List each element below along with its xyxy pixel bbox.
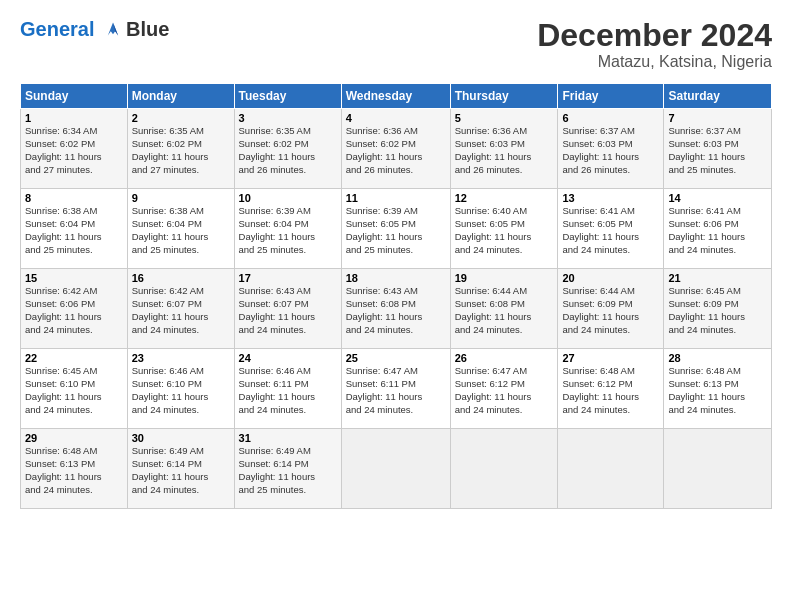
day-info: Sunrise: 6:36 AMSunset: 6:03 PMDaylight:… [455, 125, 554, 176]
day-number: 12 [455, 192, 554, 204]
calendar-cell: 7Sunrise: 6:37 AMSunset: 6:03 PMDaylight… [664, 109, 772, 189]
logo-icon [102, 18, 124, 40]
day-number: 20 [562, 272, 659, 284]
day-number: 29 [25, 432, 123, 444]
day-number: 28 [668, 352, 767, 364]
day-number: 30 [132, 432, 230, 444]
logo: General Blue [20, 18, 169, 40]
calendar-cell: 23Sunrise: 6:46 AMSunset: 6:10 PMDayligh… [127, 349, 234, 429]
day-number: 19 [455, 272, 554, 284]
day-number: 10 [239, 192, 337, 204]
calendar-cell: 25Sunrise: 6:47 AMSunset: 6:11 PMDayligh… [341, 349, 450, 429]
calendar-subtitle: Matazu, Katsina, Nigeria [537, 53, 772, 71]
header: General Blue December 2024 Matazu, Katsi… [20, 18, 772, 71]
calendar-week-3: 15Sunrise: 6:42 AMSunset: 6:06 PMDayligh… [21, 269, 772, 349]
day-number: 26 [455, 352, 554, 364]
svg-marker-0 [108, 22, 118, 35]
calendar-cell: 18Sunrise: 6:43 AMSunset: 6:08 PMDayligh… [341, 269, 450, 349]
day-info: Sunrise: 6:48 AMSunset: 6:12 PMDaylight:… [562, 365, 659, 416]
calendar-cell [664, 429, 772, 509]
day-number: 24 [239, 352, 337, 364]
day-info: Sunrise: 6:45 AMSunset: 6:09 PMDaylight:… [668, 285, 767, 336]
calendar-cell: 22Sunrise: 6:45 AMSunset: 6:10 PMDayligh… [21, 349, 128, 429]
day-number: 22 [25, 352, 123, 364]
calendar-cell: 21Sunrise: 6:45 AMSunset: 6:09 PMDayligh… [664, 269, 772, 349]
calendar-cell: 28Sunrise: 6:48 AMSunset: 6:13 PMDayligh… [664, 349, 772, 429]
col-header-friday: Friday [558, 84, 664, 109]
calendar-cell: 6Sunrise: 6:37 AMSunset: 6:03 PMDaylight… [558, 109, 664, 189]
calendar-cell: 16Sunrise: 6:42 AMSunset: 6:07 PMDayligh… [127, 269, 234, 349]
col-header-saturday: Saturday [664, 84, 772, 109]
day-info: Sunrise: 6:35 AMSunset: 6:02 PMDaylight:… [239, 125, 337, 176]
calendar-cell: 12Sunrise: 6:40 AMSunset: 6:05 PMDayligh… [450, 189, 558, 269]
day-number: 11 [346, 192, 446, 204]
day-info: Sunrise: 6:43 AMSunset: 6:07 PMDaylight:… [239, 285, 337, 336]
day-number: 1 [25, 112, 123, 124]
main-container: General Blue December 2024 Matazu, Katsi… [0, 0, 792, 612]
calendar-cell [341, 429, 450, 509]
calendar-cell: 5Sunrise: 6:36 AMSunset: 6:03 PMDaylight… [450, 109, 558, 189]
day-info: Sunrise: 6:42 AMSunset: 6:07 PMDaylight:… [132, 285, 230, 336]
day-info: Sunrise: 6:49 AMSunset: 6:14 PMDaylight:… [239, 445, 337, 496]
day-number: 2 [132, 112, 230, 124]
calendar-cell: 15Sunrise: 6:42 AMSunset: 6:06 PMDayligh… [21, 269, 128, 349]
day-number: 16 [132, 272, 230, 284]
day-info: Sunrise: 6:44 AMSunset: 6:08 PMDaylight:… [455, 285, 554, 336]
day-number: 7 [668, 112, 767, 124]
day-info: Sunrise: 6:48 AMSunset: 6:13 PMDaylight:… [668, 365, 767, 416]
day-info: Sunrise: 6:48 AMSunset: 6:13 PMDaylight:… [25, 445, 123, 496]
calendar-cell: 17Sunrise: 6:43 AMSunset: 6:07 PMDayligh… [234, 269, 341, 349]
day-number: 23 [132, 352, 230, 364]
day-info: Sunrise: 6:43 AMSunset: 6:08 PMDaylight:… [346, 285, 446, 336]
day-info: Sunrise: 6:39 AMSunset: 6:04 PMDaylight:… [239, 205, 337, 256]
calendar-cell: 1Sunrise: 6:34 AMSunset: 6:02 PMDaylight… [21, 109, 128, 189]
day-number: 18 [346, 272, 446, 284]
calendar-table: SundayMondayTuesdayWednesdayThursdayFrid… [20, 83, 772, 509]
day-info: Sunrise: 6:49 AMSunset: 6:14 PMDaylight:… [132, 445, 230, 496]
day-info: Sunrise: 6:46 AMSunset: 6:10 PMDaylight:… [132, 365, 230, 416]
calendar-cell: 29Sunrise: 6:48 AMSunset: 6:13 PMDayligh… [21, 429, 128, 509]
day-info: Sunrise: 6:38 AMSunset: 6:04 PMDaylight:… [132, 205, 230, 256]
calendar-cell: 14Sunrise: 6:41 AMSunset: 6:06 PMDayligh… [664, 189, 772, 269]
col-header-sunday: Sunday [21, 84, 128, 109]
calendar-cell: 11Sunrise: 6:39 AMSunset: 6:05 PMDayligh… [341, 189, 450, 269]
day-info: Sunrise: 6:38 AMSunset: 6:04 PMDaylight:… [25, 205, 123, 256]
calendar-cell: 4Sunrise: 6:36 AMSunset: 6:02 PMDaylight… [341, 109, 450, 189]
day-number: 15 [25, 272, 123, 284]
day-info: Sunrise: 6:39 AMSunset: 6:05 PMDaylight:… [346, 205, 446, 256]
calendar-title: December 2024 [537, 18, 772, 53]
calendar-week-5: 29Sunrise: 6:48 AMSunset: 6:13 PMDayligh… [21, 429, 772, 509]
calendar-week-4: 22Sunrise: 6:45 AMSunset: 6:10 PMDayligh… [21, 349, 772, 429]
calendar-cell: 3Sunrise: 6:35 AMSunset: 6:02 PMDaylight… [234, 109, 341, 189]
day-info: Sunrise: 6:41 AMSunset: 6:06 PMDaylight:… [668, 205, 767, 256]
day-number: 5 [455, 112, 554, 124]
day-number: 27 [562, 352, 659, 364]
day-info: Sunrise: 6:40 AMSunset: 6:05 PMDaylight:… [455, 205, 554, 256]
day-info: Sunrise: 6:35 AMSunset: 6:02 PMDaylight:… [132, 125, 230, 176]
day-info: Sunrise: 6:42 AMSunset: 6:06 PMDaylight:… [25, 285, 123, 336]
day-info: Sunrise: 6:47 AMSunset: 6:11 PMDaylight:… [346, 365, 446, 416]
day-number: 25 [346, 352, 446, 364]
day-number: 6 [562, 112, 659, 124]
col-header-monday: Monday [127, 84, 234, 109]
calendar-cell: 2Sunrise: 6:35 AMSunset: 6:02 PMDaylight… [127, 109, 234, 189]
calendar-cell: 30Sunrise: 6:49 AMSunset: 6:14 PMDayligh… [127, 429, 234, 509]
day-info: Sunrise: 6:45 AMSunset: 6:10 PMDaylight:… [25, 365, 123, 416]
calendar-cell: 24Sunrise: 6:46 AMSunset: 6:11 PMDayligh… [234, 349, 341, 429]
day-number: 9 [132, 192, 230, 204]
day-number: 4 [346, 112, 446, 124]
calendar-week-1: 1Sunrise: 6:34 AMSunset: 6:02 PMDaylight… [21, 109, 772, 189]
calendar-cell [558, 429, 664, 509]
logo-blue: Blue [126, 18, 169, 40]
day-info: Sunrise: 6:36 AMSunset: 6:02 PMDaylight:… [346, 125, 446, 176]
day-info: Sunrise: 6:41 AMSunset: 6:05 PMDaylight:… [562, 205, 659, 256]
day-number: 13 [562, 192, 659, 204]
day-number: 21 [668, 272, 767, 284]
calendar-cell: 27Sunrise: 6:48 AMSunset: 6:12 PMDayligh… [558, 349, 664, 429]
calendar-cell [450, 429, 558, 509]
calendar-cell: 13Sunrise: 6:41 AMSunset: 6:05 PMDayligh… [558, 189, 664, 269]
calendar-week-2: 8Sunrise: 6:38 AMSunset: 6:04 PMDaylight… [21, 189, 772, 269]
day-number: 14 [668, 192, 767, 204]
calendar-cell: 26Sunrise: 6:47 AMSunset: 6:12 PMDayligh… [450, 349, 558, 429]
day-info: Sunrise: 6:44 AMSunset: 6:09 PMDaylight:… [562, 285, 659, 336]
